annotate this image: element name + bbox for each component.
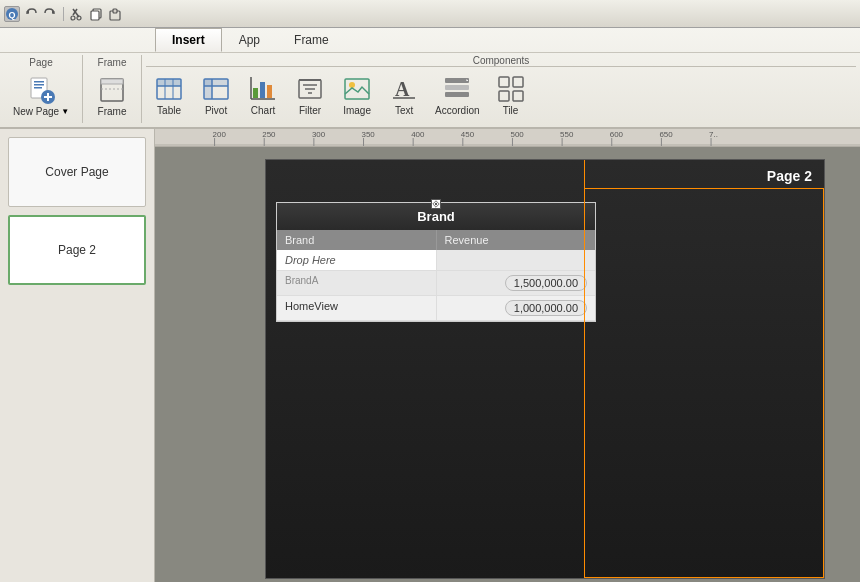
svg-rect-20 (101, 79, 123, 84)
table-cell-brand-1: BrandA (277, 271, 437, 295)
orange-selection-border (584, 188, 824, 578)
table-row-0: Drop Here (277, 250, 595, 271)
table-row-2: HomeView 1,000,000.00 (277, 296, 595, 321)
tile-label: Tile (503, 105, 519, 116)
ruler-horizontal: 200 250 300 350 400 450 500 550 600 650 (155, 129, 860, 147)
pivot-icon (200, 73, 232, 105)
sidebar-page-2[interactable]: Page 2 (8, 215, 146, 285)
accordion-icon (441, 73, 473, 105)
svg-text:Q: Q (8, 10, 15, 20)
svg-text:500: 500 (510, 130, 524, 139)
pivot-label: Pivot (205, 105, 227, 116)
table-cell-drop[interactable]: Drop Here (277, 250, 437, 270)
svg-rect-33 (260, 82, 265, 98)
svg-point-6 (71, 16, 75, 20)
filter-label: Filter (299, 105, 321, 116)
svg-text:600: 600 (610, 130, 624, 139)
sidebar: Cover Page Page 2 (0, 129, 155, 582)
table-button[interactable]: Table (146, 69, 192, 120)
svg-rect-9 (91, 11, 99, 20)
main-layout: Cover Page Page 2 200 250 300 350 400 (0, 129, 860, 582)
svg-rect-55 (155, 129, 860, 146)
svg-rect-48 (445, 85, 469, 90)
svg-rect-26 (157, 79, 181, 86)
new-page-label: New Page (13, 106, 59, 117)
tile-button[interactable]: Tile (488, 69, 534, 120)
svg-rect-13 (34, 81, 44, 83)
title-bar-icons: Q (4, 6, 123, 22)
page-2-title: Page 2 (266, 160, 824, 188)
frame-button[interactable]: Frame (89, 70, 135, 121)
text-button[interactable]: A Text (381, 69, 427, 120)
svg-text:400: 400 (411, 130, 425, 139)
redo-button[interactable] (42, 6, 58, 22)
svg-point-79 (435, 203, 437, 205)
tab-app[interactable]: App (222, 28, 277, 52)
svg-rect-14 (34, 84, 44, 86)
image-button[interactable]: Image (334, 69, 380, 120)
ribbon: Insert App Frame Page (0, 28, 860, 129)
sidebar-page-cover[interactable]: Cover Page (8, 137, 146, 207)
svg-rect-52 (513, 77, 523, 87)
svg-line-50 (466, 80, 468, 81)
svg-text:650: 650 (659, 130, 673, 139)
svg-text:A: A (395, 78, 410, 100)
table-cell-revenue-0 (437, 250, 596, 270)
filter-icon (294, 73, 326, 105)
tile-icon (495, 73, 527, 105)
text-icon: A (388, 73, 420, 105)
table-cell-brand-2: HomeView (277, 296, 437, 320)
cut-button[interactable] (69, 6, 85, 22)
svg-rect-53 (499, 91, 509, 101)
table-row-1: BrandA 1,500,000.00 (277, 271, 595, 296)
table-icon (153, 73, 185, 105)
svg-rect-42 (345, 79, 369, 99)
chart-button[interactable]: Chart (240, 69, 286, 120)
selection-handle-top[interactable] (431, 199, 441, 209)
accordion-button[interactable]: Accordion (428, 69, 486, 120)
copy-button[interactable] (88, 6, 104, 22)
table-header-row: Brand Revenue (277, 230, 595, 250)
svg-rect-15 (34, 87, 42, 89)
new-page-icon (25, 74, 57, 106)
chart-icon (247, 73, 279, 105)
svg-text:550: 550 (560, 130, 574, 139)
table-label: Table (157, 105, 181, 116)
table-cell-revenue-2: 1,000,000.00 (437, 296, 596, 320)
svg-rect-34 (267, 85, 272, 98)
image-icon (341, 73, 373, 105)
text-label: Text (395, 105, 413, 116)
svg-rect-32 (253, 88, 258, 98)
image-label: Image (343, 105, 371, 116)
table-header-revenue: Revenue (437, 230, 596, 250)
table-widget[interactable]: Brand Brand Revenue Drop Here BrandA 1,5… (276, 202, 596, 322)
svg-rect-11 (113, 9, 117, 13)
svg-text:200: 200 (213, 130, 227, 139)
svg-rect-49 (445, 92, 469, 97)
page-2-canvas: Page 2 Brand Brand Revenue Drop Here (265, 159, 825, 579)
svg-text:450: 450 (461, 130, 475, 139)
section-page-label: Page (29, 57, 52, 68)
svg-text:300: 300 (312, 130, 326, 139)
new-page-button[interactable]: New Page ▼ (6, 70, 76, 121)
filter-button[interactable]: Filter (287, 69, 333, 120)
tab-frame[interactable]: Frame (277, 28, 346, 52)
svg-text:350: 350 (362, 130, 376, 139)
svg-rect-31 (204, 79, 228, 86)
svg-rect-51 (499, 77, 509, 87)
pivot-button[interactable]: Pivot (193, 69, 239, 120)
frame-icon (96, 74, 128, 106)
table-cell-revenue-1: 1,500,000.00 (437, 271, 596, 295)
canvas-area[interactable]: 200 250 300 350 400 450 500 550 600 650 (155, 129, 860, 582)
app-icon: Q (4, 6, 20, 22)
section-components-label: Components (146, 55, 856, 67)
svg-text:7..: 7.. (709, 130, 718, 139)
undo-button[interactable] (23, 6, 39, 22)
accordion-label: Accordion (435, 105, 479, 116)
tab-insert[interactable]: Insert (155, 28, 222, 52)
svg-rect-54 (513, 91, 523, 101)
title-bar: Q (0, 0, 860, 28)
section-frame-label: Frame (98, 57, 127, 68)
paste-button[interactable] (107, 6, 123, 22)
chart-label: Chart (251, 105, 275, 116)
